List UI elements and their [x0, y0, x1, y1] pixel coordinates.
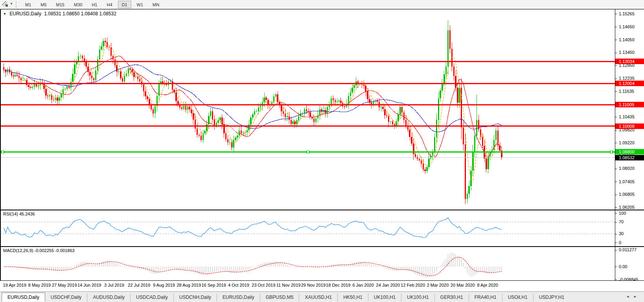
timeframe-button-m15[interactable]: M15: [52, 1, 68, 8]
chart-tab-4-usdcnh-daily[interactable]: USDCNH,Daily: [173, 293, 217, 302]
tab-scroll-arrows: ◄►: [626, 295, 641, 298]
price-tick-label: 1.12235: [619, 76, 635, 81]
chart-tab-8-hk50-h1[interactable]: HK50,H1: [337, 293, 368, 302]
chart-tab-3-usdcad-daily[interactable]: USDCAD,Daily: [130, 293, 173, 302]
chart-tab-9-uk100-h1[interactable]: UK100,H1: [368, 293, 401, 302]
date-label: 9 Aug 2019: [153, 283, 175, 287]
price-tick-mark: [615, 195, 617, 195]
trading-terminal-window: ▼ M1M5M15M30H1H4D1W1MN RSI(14) 45.2436 M…: [0, 0, 644, 302]
rsi-tick-label: 70: [619, 219, 624, 225]
chart-tab-2-audusd-daily[interactable]: AUDUSD,Daily: [87, 293, 130, 302]
date-label: 12 Feb 2020: [401, 283, 425, 287]
price-level-badge: 1.10008: [615, 123, 644, 129]
price-level-badge: 1.12004: [615, 81, 644, 86]
price-tick-mark: [615, 14, 617, 14]
price-tick-mark: [615, 40, 617, 40]
main-rsi-separator[interactable]: [0, 210, 644, 210]
rsi-macd-separator[interactable]: [0, 246, 644, 247]
macd-tick-mark: [615, 250, 617, 250]
date-label: 18 Dec 2019: [326, 283, 350, 287]
chart-ohlc: 1.08531 1.08650 1.08408 1.08532: [44, 11, 116, 17]
rsi-tick-mark: [615, 222, 617, 223]
chart-tab-6-gbpusd-m5[interactable]: GBPUSD,M5: [260, 293, 299, 302]
chart-tab-10-uk100-h1[interactable]: UK100,H1: [401, 293, 434, 302]
rsi-tick-label: 30: [619, 231, 624, 236]
price-tick-mark: [615, 79, 617, 79]
timeframe-buttons: M1M5M15M30H1H4D1W1MN: [20, 0, 164, 9]
macd-tick-label: 0.00: [619, 264, 627, 269]
price-tick-mark: [615, 143, 617, 143]
price-tick-label: 1.10435: [619, 114, 635, 120]
timeframe-button-h4[interactable]: H4: [103, 1, 116, 8]
timeframe-button-m1[interactable]: M1: [21, 1, 35, 8]
chart-tab-1-usdchf-daily[interactable]: USDCHF,Daily: [45, 293, 87, 302]
price-tick-mark: [615, 65, 617, 66]
macd-histogram-chart: [0, 247, 615, 280]
rsi-line-chart: [0, 210, 615, 246]
timeframe-button-m5[interactable]: M5: [37, 1, 50, 8]
timeframe-button-m30[interactable]: M30: [70, 1, 86, 8]
macd-pane[interactable]: MACD(12,26,9) -0.002255 -0.001863: [0, 247, 615, 280]
date-label: 8 May 2019: [28, 283, 51, 287]
price-tick-mark: [615, 53, 617, 53]
chart-tab-13-usoil-h1[interactable]: USOil,H1: [502, 293, 533, 302]
price-tick-mark: [615, 91, 617, 92]
chart-tab-14-usdjpy-h1[interactable]: USDJPY,H1: [533, 293, 570, 302]
date-label: 19 Apr 2019: [3, 283, 26, 287]
price-tick-mark: [615, 169, 617, 169]
date-label: 6 Jan 2020: [352, 283, 374, 287]
price-tick-label: 1.11635: [619, 89, 634, 94]
candlestick-chart[interactable]: [0, 9, 615, 210]
window-left-border: [0, 9, 1, 291]
timeframe-button-d1[interactable]: D1: [118, 1, 131, 8]
chart-tab-0-eurusd-daily[interactable]: EURUSD,Daily: [2, 293, 45, 302]
macd-tick-label: 0.011277: [619, 247, 637, 252]
price-tick-mark: [615, 130, 617, 131]
chart-tab-11-ger30-h1[interactable]: GER30,H1: [434, 293, 469, 302]
price-tick-label: 1.14050: [619, 37, 635, 42]
timeframe-button-h1[interactable]: H1: [88, 1, 101, 8]
date-label: 20 Mar 2020: [451, 283, 475, 287]
date-label: 28 Aug 2019: [177, 283, 201, 287]
price-tick-label: 1.07405: [619, 179, 635, 184]
toolbar-grip: [16, 1, 17, 7]
price-tick-label: 1.15265: [619, 11, 635, 17]
timeframe-button-w1[interactable]: W1: [133, 1, 147, 8]
dropdown-caret-icon[interactable]: ▼: [10, 2, 13, 6]
chart-tab-5-eurusd-daily[interactable]: EURUSD,Daily: [217, 293, 260, 302]
date-label: 27 May 2019: [52, 283, 77, 287]
rsi-tick-label: 100: [619, 211, 626, 216]
chart-tab-bar: EURUSD,DailyUSDCHF,DailyAUDUSD,DailyUSDC…: [0, 291, 644, 302]
date-label: 3 Jul 2019: [104, 283, 124, 287]
price-tick-label: 1.14650: [619, 24, 635, 29]
macd-label: MACD(12,26,9) -0.002255 -0.001863: [3, 248, 75, 253]
date-label: 2 Mar 2020: [427, 283, 449, 287]
date-label: 14 Jun 2019: [77, 283, 101, 287]
timeframe-button-mn[interactable]: MN: [149, 1, 163, 8]
tab-scroll-left-icon[interactable]: ◄: [626, 295, 633, 298]
chart-tab-7-xauusd-h1[interactable]: XAUUSD,H1: [299, 293, 337, 302]
chart-tabs: EURUSD,DailyUSDCHF,DailyAUDUSD,DailyUSDC…: [2, 293, 570, 302]
main-chart-plot[interactable]: [0, 9, 615, 210]
price-tick-label: 1.13450: [619, 50, 635, 55]
price-tick-mark: [615, 117, 617, 117]
diagonal-lines-glyph: [2, 1, 9, 7]
price-level-badge: 1.08532: [615, 155, 644, 160]
rsi-tick-mark: [615, 234, 617, 234]
price-tick-mark: [615, 207, 617, 208]
chart-tab-12-fra40-h1[interactable]: FRA40,H1: [469, 293, 502, 302]
rsi-label: RSI(14) 45.2436: [3, 212, 35, 216]
collapse-caret-icon[interactable]: ▼: [3, 12, 6, 16]
date-label: 24 Jan 2020: [376, 283, 400, 287]
rsi-pane[interactable]: RSI(14) 45.2436: [0, 210, 615, 246]
date-label: 29 Nov 2019: [301, 283, 326, 287]
date-axis[interactable]: 19 Apr 20198 May 201927 May 201914 Jun 2…: [0, 281, 644, 291]
price-tick-mark: [615, 182, 617, 182]
chart-lines-tool-icon[interactable]: [1, 1, 9, 8]
date-label: 8 Apr 2020: [477, 283, 498, 287]
rsi-tick-mark: [615, 243, 617, 243]
price-tick-label: 1.09220: [619, 140, 635, 145]
tab-scroll-right-icon[interactable]: ►: [633, 295, 641, 298]
price-axis-border: [615, 9, 615, 281]
date-label: 22 Jul 2019: [128, 283, 150, 287]
